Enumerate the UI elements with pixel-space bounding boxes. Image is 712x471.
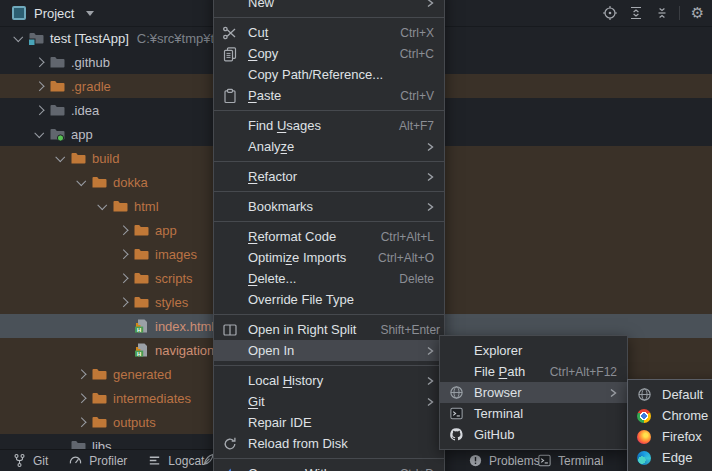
menu-item-label: Delete... bbox=[248, 271, 375, 286]
menu-item-shortcut: Delete bbox=[399, 272, 434, 286]
statusbar-problems-label: Problems bbox=[489, 454, 540, 468]
chevron-glyph bbox=[35, 57, 44, 66]
globe-icon bbox=[448, 385, 464, 401]
chevron-glyph bbox=[35, 128, 44, 137]
chevron-slot bbox=[117, 344, 130, 357]
menu-icon-slot bbox=[222, 292, 238, 308]
tree-row-label: .idea bbox=[71, 103, 99, 118]
chevron-right-icon[interactable] bbox=[117, 296, 130, 309]
menu-item-firefox[interactable]: Firefox bbox=[628, 426, 712, 447]
collapse-all-icon[interactable] bbox=[653, 5, 670, 22]
menu-item-find-usages[interactable]: Find UsagesAlt+F7 bbox=[214, 115, 444, 136]
menu-item-refactor[interactable]: Refactor bbox=[214, 166, 444, 187]
menu-item-shortcut: Shift+Enter bbox=[380, 323, 440, 337]
menu-item-open-in-right-split[interactable]: Open in Right SplitShift+Enter bbox=[214, 319, 444, 340]
menu-item-cut[interactable]: CutCtrl+X bbox=[214, 22, 444, 43]
statusbar-logcat[interactable]: Logcat bbox=[147, 453, 204, 468]
chevron-down-icon[interactable] bbox=[54, 152, 67, 165]
menu-separator bbox=[214, 314, 444, 315]
chevron-right-icon[interactable] bbox=[117, 224, 130, 237]
tree-row-label: outputs bbox=[113, 415, 156, 430]
menu-item-copy[interactable]: CopyCtrl+C bbox=[214, 43, 444, 64]
menu-separator bbox=[214, 458, 444, 459]
menu-item-explorer[interactable]: Explorer bbox=[440, 340, 627, 361]
html-file-icon: H bbox=[133, 342, 149, 358]
menu-item-reformat-code[interactable]: Reformat CodeCtrl+Alt+L bbox=[214, 226, 444, 247]
chevron-down-icon[interactable] bbox=[12, 32, 25, 45]
menu-separator bbox=[214, 17, 444, 18]
menu-item-label: Open in Right Split bbox=[248, 322, 356, 337]
chevron-right-icon[interactable] bbox=[33, 104, 46, 117]
menu-item-chrome[interactable]: Chrome bbox=[628, 405, 712, 426]
statusbar-problems[interactable]: Problems bbox=[468, 450, 540, 471]
folder-gray-icon bbox=[49, 54, 65, 70]
gear-icon[interactable]: ⚙ bbox=[689, 5, 706, 22]
menu-item-delete[interactable]: Delete...Delete bbox=[214, 268, 444, 289]
chevron-right-icon bbox=[426, 397, 434, 407]
chevron-right-icon[interactable] bbox=[117, 272, 130, 285]
menu-item-default[interactable]: Default bbox=[628, 384, 712, 405]
chevron-right-icon bbox=[426, 0, 434, 8]
chevron-down-icon[interactable] bbox=[75, 176, 88, 189]
menu-item-terminal[interactable]: Terminal bbox=[440, 403, 627, 424]
menu-item-shortcut: Ctrl+V bbox=[400, 89, 434, 103]
chevron-right-icon[interactable] bbox=[75, 392, 88, 405]
menu-item-copy-path-reference[interactable]: Copy Path/Reference... bbox=[214, 64, 444, 85]
chevron-right-icon[interactable] bbox=[33, 56, 46, 69]
menu-item-paste[interactable]: PasteCtrl+V bbox=[214, 85, 444, 106]
project-view-selector[interactable]: Project bbox=[12, 6, 94, 21]
chevron-right-icon[interactable] bbox=[117, 248, 130, 261]
menu-item-compare-with[interactable]: Compare With...Ctrl+D bbox=[214, 463, 444, 471]
menu-item-browser[interactable]: Browser bbox=[440, 382, 627, 403]
terminal-icon bbox=[537, 453, 552, 468]
menu-item-analyze[interactable]: Analyze bbox=[214, 136, 444, 157]
toolbar-divider bbox=[679, 6, 680, 20]
chevron-right-icon[interactable] bbox=[75, 416, 88, 429]
menu-item-label: Reload from Disk bbox=[248, 436, 434, 451]
menu-item-shortcut: Ctrl+Alt+O bbox=[378, 251, 434, 265]
menu-item-label: Reformat Code bbox=[248, 229, 357, 244]
svg-text:H: H bbox=[137, 351, 141, 357]
menu-item-new[interactable]: New bbox=[214, 0, 444, 13]
menu-icon-slot bbox=[448, 364, 464, 380]
menu-icon-slot bbox=[222, 169, 238, 185]
statusbar-profiler[interactable]: Profiler bbox=[68, 453, 127, 468]
menu-item-file-path[interactable]: File PathCtrl+Alt+F12 bbox=[440, 361, 627, 382]
menu-item-label: GitHub bbox=[474, 427, 617, 442]
menu-item-github[interactable]: GitHub bbox=[440, 424, 627, 445]
menu-item-reload-from-disk[interactable]: Reload from Disk bbox=[214, 433, 444, 454]
chevron-right-icon[interactable] bbox=[75, 368, 88, 381]
menu-item-label: Paste bbox=[248, 88, 376, 103]
locate-file-icon[interactable] bbox=[601, 5, 618, 22]
chevron-slot bbox=[117, 320, 130, 333]
statusbar-logcat-label: Logcat bbox=[168, 454, 204, 468]
chevron-glyph bbox=[35, 105, 44, 114]
context-menu: NewCutCtrl+XCopyCtrl+CCopy Path/Referenc… bbox=[213, 0, 445, 471]
chevron-right-icon bbox=[426, 142, 434, 152]
chevron-glyph bbox=[77, 369, 86, 378]
menu-item-open-in[interactable]: Open In bbox=[214, 340, 444, 361]
menu-item-optimize-imports[interactable]: Optimize ImportsCtrl+Alt+O bbox=[214, 247, 444, 268]
menu-item-git[interactable]: Git bbox=[214, 391, 444, 412]
menu-item-override-file-type[interactable]: Override File Type bbox=[214, 289, 444, 310]
chevron-down-icon[interactable] bbox=[33, 128, 46, 141]
menu-item-edge[interactable]: Edge bbox=[628, 447, 712, 468]
menu-item-repair-ide[interactable]: Repair IDE bbox=[214, 412, 444, 433]
tree-row-label: styles bbox=[155, 295, 188, 310]
menu-item-bookmarks[interactable]: Bookmarks bbox=[214, 196, 444, 217]
statusbar-terminal[interactable]: Terminal bbox=[537, 450, 603, 471]
statusbar-git[interactable]: Git bbox=[12, 453, 48, 468]
folder-app-icon bbox=[49, 126, 65, 142]
menu-icon-slot bbox=[222, 139, 238, 155]
statusbar-profiler-label: Profiler bbox=[89, 454, 127, 468]
menu-item-label: Bookmarks bbox=[248, 199, 402, 214]
expand-all-icon[interactable] bbox=[627, 5, 644, 22]
chevron-right-icon bbox=[609, 388, 617, 398]
menu-icon-slot bbox=[222, 394, 238, 410]
menu-item-label: Local History bbox=[248, 373, 402, 388]
chevron-right-icon[interactable] bbox=[33, 80, 46, 93]
chevron-down-icon[interactable] bbox=[96, 200, 109, 213]
menu-icon-slot bbox=[222, 373, 238, 389]
open-in-submenu: ExplorerFile PathCtrl+Alt+F12BrowserTerm… bbox=[439, 335, 628, 450]
menu-item-local-history[interactable]: Local History bbox=[214, 370, 444, 391]
